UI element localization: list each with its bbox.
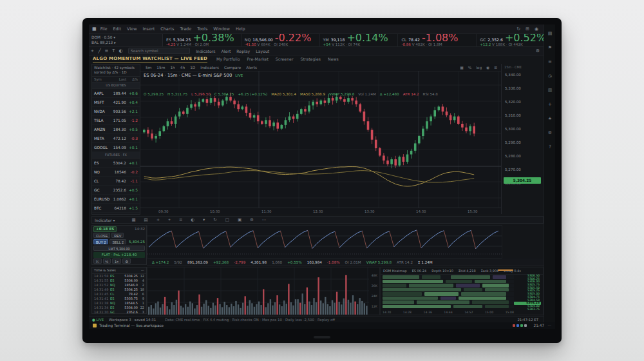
indicator-label[interactable]: Indicator ▾ bbox=[95, 218, 115, 222]
gear-icon[interactable]: ⚙ bbox=[536, 48, 540, 54]
buy-button[interactable]: BUY 2 bbox=[93, 239, 108, 244]
menu-item-file[interactable]: File bbox=[100, 26, 108, 32]
taskbar-app-icon[interactable] bbox=[93, 324, 97, 327]
watchlist-row-es[interactable]: ES5304.2+0.1 bbox=[92, 159, 140, 168]
oscillator-chart[interactable] bbox=[147, 225, 502, 259]
menu-item-trade[interactable]: Trade bbox=[180, 26, 191, 32]
menu-item-view[interactable]: View bbox=[127, 26, 137, 32]
tape-row[interactable]: 14:31:58ES5304.2512 bbox=[92, 274, 146, 278]
tape-row[interactable]: 14:31:55ES5304.004 bbox=[92, 278, 146, 283]
watchlist-row-eurusd[interactable]: EURUSD1.0862+0.1 bbox=[92, 195, 140, 204]
watchlist-icon[interactable]: ▤ bbox=[544, 31, 555, 36]
menu-item-insert[interactable]: Insert bbox=[143, 26, 155, 32]
size-button-¼[interactable]: ¼ bbox=[93, 259, 102, 264]
chart-tab-compare[interactable]: Compare bbox=[224, 66, 241, 70]
tab-strategies[interactable]: Strategies bbox=[300, 57, 321, 61]
tray-icon-1[interactable] bbox=[516, 324, 519, 327]
limit-price-button[interactable]: LMT 5,304.00 bbox=[93, 246, 145, 251]
watchlist-row-meta[interactable]: META472.12-0.3 bbox=[92, 134, 140, 143]
tray-icon-2[interactable] bbox=[520, 324, 523, 327]
watchlist-row-gc[interactable]: GC2352.6+0.5 bbox=[92, 186, 140, 195]
indicator-tool-icon-10[interactable]: ⚙ bbox=[250, 217, 254, 222]
watchlist-row-nq[interactable]: NQ18546-0.2 bbox=[92, 168, 140, 177]
chart-tab-alerts[interactable]: Alerts bbox=[246, 66, 257, 70]
ticker-group-cl[interactable]: CL78.42-1.08%-0.86 V 402K · OI 1.8M bbox=[398, 34, 477, 46]
alerts-icon[interactable]: ⚑ bbox=[544, 45, 555, 50]
chart-tab-1d[interactable]: 1D bbox=[190, 66, 195, 70]
chart-tab-indicators[interactable]: Indicators bbox=[200, 66, 219, 70]
close-position-button[interactable]: CLOSE bbox=[93, 233, 110, 238]
indicators-button[interactable]: Indicators bbox=[196, 49, 216, 54]
indicator-tool-icon-0[interactable]: ▦ bbox=[131, 217, 135, 222]
size-button-⚙[interactable]: ⚙ bbox=[122, 259, 131, 264]
fib-icon[interactable]: ≡ bbox=[103, 48, 110, 54]
tray-icon-3[interactable] bbox=[524, 324, 527, 327]
indicator-tool-icon-2[interactable]: + bbox=[156, 217, 160, 222]
search-input[interactable] bbox=[128, 48, 190, 54]
reverse-position-button[interactable]: REV bbox=[111, 233, 124, 238]
chart-tab-5m[interactable]: 5m bbox=[146, 66, 151, 70]
watchlist-row-cl[interactable]: CL78.42-1.1 bbox=[92, 177, 140, 186]
tray-icon-0[interactable] bbox=[513, 324, 515, 327]
indicator-tool-icon-4[interactable]: ≡ bbox=[179, 217, 182, 222]
expand-icon[interactable]: ⊞ bbox=[494, 66, 497, 70]
dom-icon[interactable]: ▥ bbox=[544, 88, 555, 93]
watchlist-row-amzn[interactable]: AMZN184.30+0.5 bbox=[92, 125, 140, 134]
percent-icon[interactable]: % bbox=[468, 66, 472, 70]
watchlist-row-btc[interactable]: BTC64218+1.5 bbox=[92, 204, 140, 213]
ladder-price[interactable]: 5303.75 bbox=[514, 308, 541, 311]
watchlist-row-tsla[interactable]: TSLA171.05-1.2 bbox=[92, 116, 140, 125]
menu-item-tools[interactable]: Tools bbox=[197, 26, 207, 32]
tab-pre-market[interactable]: Pre-Market bbox=[247, 57, 268, 61]
menu-item-edit[interactable]: Edit bbox=[113, 26, 122, 32]
tape-row[interactable]: 14:31:34ES5304.0022 bbox=[92, 306, 146, 310]
indicator-tool-icon-1[interactable]: ▤ bbox=[144, 217, 148, 222]
taskbar-app-label[interactable]: Trading Terminal — live.workspace bbox=[99, 324, 164, 327]
indicator-tool-icon-11[interactable]: ⋯ bbox=[262, 217, 267, 222]
size-button-½[interactable]: ½ bbox=[103, 259, 111, 264]
tape-row[interactable]: 14:31:45CL78.426 bbox=[92, 292, 146, 297]
link-icon[interactable]: ⊞ bbox=[526, 26, 529, 32]
layout-button[interactable]: Layout bbox=[256, 49, 269, 54]
size-button-1×[interactable]: 1× bbox=[112, 259, 121, 264]
candlestick-chart[interactable] bbox=[140, 71, 501, 208]
indicator-tool-icon-9[interactable]: ▣ bbox=[238, 217, 242, 222]
chart-tab-1h[interactable]: 1h bbox=[170, 66, 175, 70]
news-icon[interactable]: ≡ bbox=[544, 59, 555, 64]
menu-item-charts[interactable]: Charts bbox=[160, 26, 174, 32]
account-icon[interactable]: ◉ bbox=[535, 26, 538, 32]
indicator-tool-icon-5[interactable]: ◐ bbox=[191, 217, 194, 222]
chart-tab-4h[interactable]: 4h bbox=[180, 66, 185, 70]
alert-button[interactable]: Alert bbox=[222, 49, 231, 54]
log-scale-button[interactable]: log bbox=[476, 66, 482, 70]
quick-order-block[interactable]: DOM · 0.50 ▾ BAL 88,213 ▸ bbox=[89, 34, 163, 46]
help-icon[interactable]: ? bbox=[544, 144, 555, 150]
text-icon[interactable]: T bbox=[110, 48, 117, 54]
ticker-group-nq[interactable]: NQ18,546.00-0.22%-41.50 V 684K · OI 248K bbox=[242, 34, 320, 46]
grid-icon[interactable]: ▦ bbox=[460, 66, 463, 70]
sell-button[interactable]: SELL 2 bbox=[109, 239, 126, 244]
menu-item-help[interactable]: Help bbox=[236, 26, 245, 32]
snapshot-icon[interactable]: ◉ bbox=[486, 66, 489, 70]
trendline-icon[interactable]: ╱ bbox=[96, 48, 103, 54]
indicator-tool-icon-8[interactable]: □ bbox=[225, 217, 229, 222]
tape-row[interactable]: 14:31:52NQ18546.02 bbox=[92, 283, 146, 288]
indicator-tool-icon-6[interactable]: ▾ bbox=[203, 217, 205, 222]
star-icon[interactable]: ★ bbox=[544, 116, 555, 121]
tab-my-portfolio[interactable]: My Portfolio bbox=[216, 57, 240, 61]
indicator-tool-icon-7[interactable]: ↻ bbox=[213, 217, 216, 222]
sync-icon[interactable]: ↻ bbox=[516, 26, 520, 32]
settings-icon[interactable]: ⚙ bbox=[544, 130, 555, 135]
ticker-group-es[interactable]: ES5,304.25+0.38%-4.25 V 1.24M · OI 2.0M bbox=[163, 34, 242, 46]
add-icon[interactable]: + bbox=[544, 102, 555, 107]
tape-row[interactable]: 14:31:30GC2352.63 bbox=[92, 310, 146, 314]
ticker-group-ym[interactable]: YM39,118+0.14%+54 V 112K · OI 74K bbox=[320, 34, 399, 46]
panel-menu-icon[interactable]: ⋯ bbox=[141, 268, 144, 273]
clock-icon[interactable]: ◷ bbox=[544, 73, 555, 79]
tape-row[interactable]: 14:31:38NQ18544.51 bbox=[92, 301, 146, 306]
tape-row[interactable]: 14:31:49ES5304.2518 bbox=[92, 288, 146, 292]
volume-chart[interactable] bbox=[147, 268, 369, 315]
tab-screener[interactable]: Screener bbox=[276, 57, 294, 61]
price-axis[interactable]: 15m · CME 5,340.005,330.005,320.005,310.… bbox=[501, 64, 544, 214]
indicator-tool-icon-3[interactable]: ⌖ bbox=[168, 217, 171, 222]
